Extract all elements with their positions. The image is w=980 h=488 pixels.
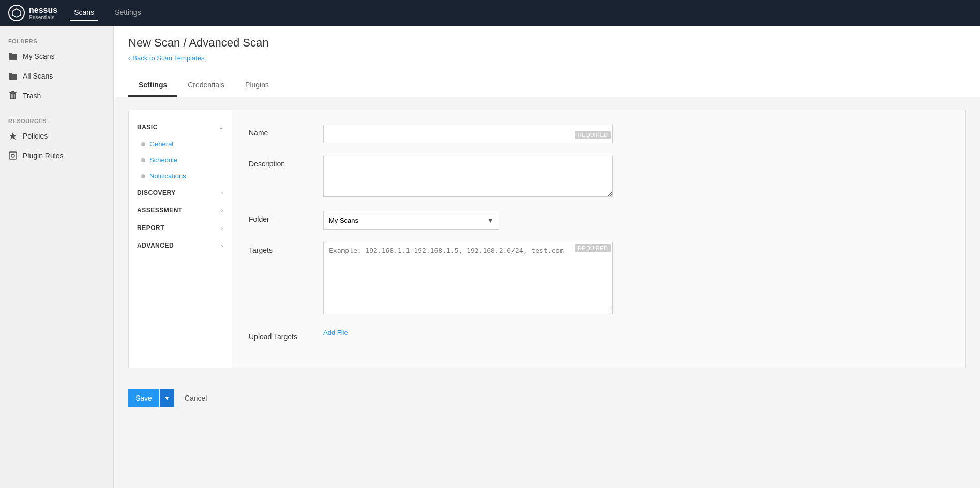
- form-row-description: Description: [249, 156, 948, 199]
- plugin-rules-icon: [8, 151, 18, 160]
- svg-rect-7: [11, 91, 14, 93]
- trash-icon: [8, 91, 18, 100]
- save-button[interactable]: Save: [128, 389, 159, 407]
- assessment-chevron-icon: ›: [221, 207, 223, 213]
- upload-targets-label: Upload Targets: [249, 328, 311, 341]
- svg-marker-0: [12, 9, 21, 17]
- sub-item-schedule-label: Schedule: [149, 156, 177, 164]
- section-assessment-label: ASSESSMENT: [137, 207, 183, 214]
- sub-item-general[interactable]: General: [129, 136, 232, 152]
- form-row-folder: Folder My Scans All Scans ▼: [249, 211, 948, 230]
- discovery-chevron-icon: ›: [221, 190, 223, 196]
- tab-settings[interactable]: Settings: [128, 74, 177, 97]
- basic-chevron-icon: ⌄: [219, 124, 224, 131]
- section-report[interactable]: REPORT ›: [129, 219, 232, 237]
- sidebar-item-all-scans[interactable]: All Scans: [0, 66, 113, 86]
- save-btn-group: Save ▼: [128, 389, 174, 407]
- nav-scans[interactable]: Scans: [70, 5, 98, 21]
- schedule-dot: [141, 158, 145, 162]
- sub-item-notifications[interactable]: Notifications: [129, 168, 232, 184]
- back-arrow-icon: ‹: [128, 54, 130, 62]
- targets-label: Targets: [249, 242, 311, 254]
- sidebar-label-all-scans: All Scans: [23, 72, 53, 80]
- top-nav: nessus Essentials Scans Settings: [0, 0, 980, 26]
- form-row-targets: Targets REQUIRED: [249, 242, 948, 316]
- upload-targets-field: Add File: [323, 328, 948, 337]
- sidebar-label-policies: Policies: [23, 132, 48, 140]
- targets-field: REQUIRED: [323, 242, 948, 316]
- basic-sub-items: General Schedule Notifications: [129, 136, 232, 184]
- general-dot: [141, 142, 145, 146]
- form-container: BASIC ⌄ General Schedule: [114, 97, 980, 380]
- back-link[interactable]: ‹ Back to Scan Templates: [128, 54, 205, 62]
- back-link-text: Back to Scan Templates: [132, 54, 204, 62]
- nav-settings[interactable]: Settings: [111, 5, 145, 21]
- name-label: Name: [249, 125, 311, 137]
- logo-subtitle: Essentials: [29, 14, 57, 20]
- sidebar: FOLDERS My Scans All Scans: [0, 26, 114, 488]
- sidebar-label-my-scans: My Scans: [23, 52, 54, 60]
- folder-field: My Scans All Scans ▼: [323, 211, 948, 230]
- section-assessment[interactable]: ASSESSMENT ›: [129, 202, 232, 219]
- sidebar-label-trash: Trash: [23, 91, 41, 100]
- folder-select[interactable]: My Scans All Scans: [323, 211, 499, 230]
- form-row-upload-targets: Upload Targets Add File: [249, 328, 948, 341]
- notifications-dot: [141, 174, 145, 178]
- left-panel: BASIC ⌄ General Schedule: [129, 110, 232, 368]
- main-content: New Scan / Advanced Scan ‹ Back to Scan …: [114, 26, 980, 488]
- section-advanced[interactable]: ADVANCED ›: [129, 237, 232, 254]
- folder-select-wrapper: My Scans All Scans ▼: [323, 211, 499, 230]
- logo-text: nessus Essentials: [29, 6, 57, 20]
- sub-item-general-label: General: [149, 140, 173, 148]
- sidebar-label-plugin-rules: Plugin Rules: [23, 151, 64, 160]
- folders-section-label: FOLDERS: [0, 34, 113, 47]
- page-header: New Scan / Advanced Scan ‹ Back to Scan …: [114, 26, 980, 97]
- section-discovery-label: DISCOVERY: [137, 189, 176, 196]
- cancel-button[interactable]: Cancel: [180, 394, 212, 402]
- section-basic-label: BASIC: [137, 124, 158, 131]
- svg-point-13: [11, 154, 14, 157]
- folder-icon-my-scans: [8, 52, 18, 61]
- svg-rect-12: [9, 152, 17, 159]
- description-label: Description: [249, 156, 311, 168]
- logo-icon: [8, 5, 25, 21]
- description-field: [323, 156, 948, 199]
- form-footer: Save ▼ Cancel: [114, 380, 980, 416]
- form-card: BASIC ⌄ General Schedule: [128, 110, 966, 368]
- name-field: REQUIRED: [323, 125, 613, 143]
- sidebar-item-trash[interactable]: Trash: [0, 86, 113, 105]
- section-discovery[interactable]: DISCOVERY ›: [129, 184, 232, 202]
- section-advanced-label: ADVANCED: [137, 242, 174, 249]
- name-required-badge: REQUIRED: [575, 131, 611, 139]
- add-file-link[interactable]: Add File: [323, 329, 348, 337]
- section-report-label: REPORT: [137, 224, 164, 232]
- targets-required-badge: REQUIRED: [575, 244, 611, 252]
- sub-item-notifications-label: Notifications: [149, 172, 186, 180]
- description-input[interactable]: [323, 156, 613, 197]
- save-dropdown-button[interactable]: ▼: [159, 389, 174, 407]
- svg-rect-2: [9, 53, 12, 55]
- sidebar-item-my-scans[interactable]: My Scans: [0, 47, 113, 66]
- targets-input[interactable]: [323, 242, 613, 314]
- targets-wrapper: REQUIRED: [323, 242, 613, 316]
- resources-section-label: RESOURCES: [0, 114, 113, 126]
- section-basic[interactable]: BASIC ⌄: [129, 118, 232, 136]
- folder-label: Folder: [249, 211, 311, 223]
- tab-credentials[interactable]: Credentials: [177, 74, 235, 97]
- page-title: New Scan / Advanced Scan: [128, 36, 966, 50]
- sub-item-schedule[interactable]: Schedule: [129, 152, 232, 168]
- logo: nessus Essentials: [8, 5, 57, 21]
- tabs: Settings Credentials Plugins: [128, 74, 966, 97]
- tab-plugins[interactable]: Plugins: [235, 74, 279, 97]
- svg-rect-4: [9, 73, 12, 75]
- save-dropdown-icon: ▼: [164, 394, 170, 402]
- folder-icon-all-scans: [8, 71, 18, 81]
- svg-marker-11: [9, 132, 17, 140]
- advanced-chevron-icon: ›: [221, 242, 223, 249]
- form-row-name: Name REQUIRED: [249, 125, 948, 143]
- name-input[interactable]: [323, 125, 613, 143]
- sidebar-item-policies[interactable]: Policies: [0, 126, 113, 146]
- logo-title: nessus: [29, 6, 57, 14]
- policies-icon: [8, 131, 18, 141]
- sidebar-item-plugin-rules[interactable]: Plugin Rules: [0, 146, 113, 165]
